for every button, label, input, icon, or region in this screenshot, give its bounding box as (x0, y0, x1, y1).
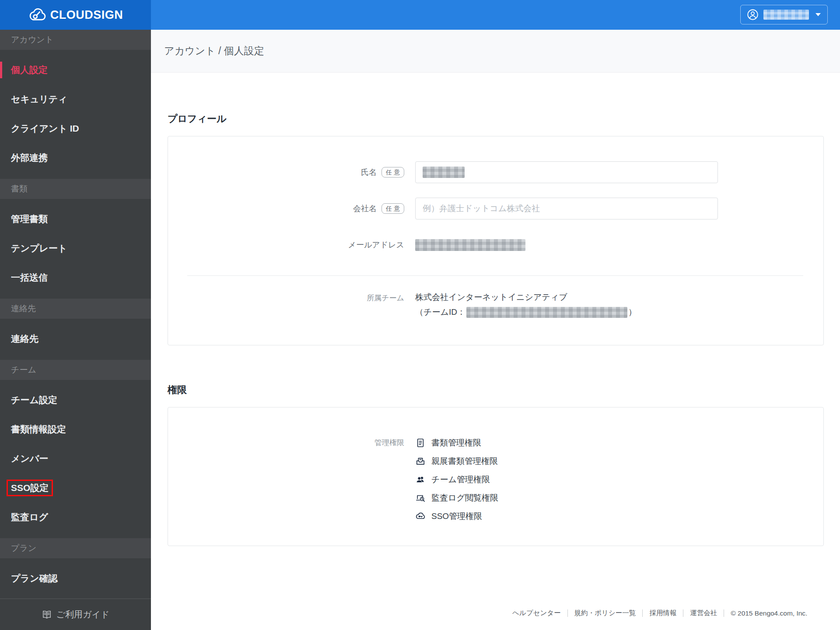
footer-separator (724, 609, 724, 617)
usage-guide-link[interactable]: ご利用ガイド (0, 599, 151, 630)
sidebar-nav: アカウント 個人設定 セキュリティ クライアント ID 外部連携 書類 管理書類… (0, 30, 151, 599)
usage-guide-label: ご利用ガイド (56, 609, 110, 620)
main-area: アカウント / 個人設定 プロフィール 氏名 任意 会社名 任意 (151, 0, 840, 630)
team-id-line: （チームID： ） (415, 306, 637, 318)
footer-link-terms-policies[interactable]: 規約・ポリシー一覧 (574, 609, 636, 618)
sidebar-item-security[interactable]: セキュリティ (0, 84, 151, 114)
cloud-logo-icon (28, 8, 46, 22)
team-field-row: 所属チーム 株式会社インターネットイニシアティブ （チームID： ） (168, 292, 823, 318)
name-input[interactable] (415, 161, 718, 183)
sidebar-item-managed-documents[interactable]: 管理書類 (0, 204, 151, 233)
admin-permissions-label: 管理権限 (374, 439, 404, 447)
sidebar: CLOUDSIGN アカウント 個人設定 セキュリティ クライアント ID 外部… (0, 0, 151, 630)
user-name-blurred (763, 10, 809, 20)
nav-section-account: アカウント 個人設定 セキュリティ クライアント ID 外部連携 (0, 30, 151, 172)
profile-card-divider (187, 275, 803, 276)
email-value-blurred (415, 239, 525, 251)
sidebar-item-sso-settings[interactable]: SSO設定 (0, 473, 151, 502)
team-field-label: 所属チーム (367, 293, 404, 303)
confidential-document-icon (415, 456, 426, 466)
nav-section-label-team: チーム (0, 360, 151, 380)
name-field-row: 氏名 任意 (168, 161, 823, 183)
sidebar-item-personal-settings[interactable]: 個人設定 (0, 55, 151, 84)
footer-separator (642, 609, 643, 617)
name-value-blurred (423, 167, 465, 178)
nav-section-team: チーム チーム設定 書類情報設定 メンバー SSO設定 監査ログ (0, 353, 151, 532)
permission-item-documents: 書類管理権限 (415, 434, 498, 452)
permission-item-team: チーム管理権限 (415, 470, 498, 489)
sidebar-item-client-id[interactable]: クライアント ID (0, 114, 151, 143)
footer-link-help-center[interactable]: ヘルプセンター (512, 609, 561, 618)
footer-separator (567, 609, 568, 617)
sidebar-item-members[interactable]: メンバー (0, 444, 151, 473)
permission-item-audit-log: 監査ログ閲覧権限 (415, 489, 498, 507)
nav-section-label-plan: プラン (0, 538, 151, 558)
profile-section-title: プロフィール (168, 113, 824, 125)
permission-item-confidential-documents: 親展書類管理権限 (415, 452, 498, 470)
email-field-row: メールアドレス (168, 234, 823, 256)
nav-section-contacts: 連絡先 連絡先 (0, 292, 151, 353)
footer-link-operating-company[interactable]: 運営会社 (690, 609, 717, 618)
permissions-section-title: 権限 (168, 384, 824, 396)
breadcrumb: アカウント / 個人設定 (151, 30, 840, 73)
cloudsign-logo[interactable]: CLOUDSIGN (0, 0, 151, 30)
user-avatar-icon (747, 9, 759, 21)
top-header-bar (151, 0, 840, 30)
user-menu-button[interactable] (740, 5, 828, 24)
team-name-value: 株式会社インターネットイニシアティブ (415, 292, 637, 303)
company-field-label: 会社名 (353, 203, 377, 214)
nav-section-label-account: アカウント (0, 30, 151, 50)
sidebar-item-team-settings[interactable]: チーム設定 (0, 385, 151, 414)
page-content: プロフィール 氏名 任意 会社名 任意 (151, 73, 840, 618)
permission-item-sso: SSO管理権限 (415, 507, 498, 526)
document-icon (415, 438, 426, 448)
nav-section-label-contacts: 連絡先 (0, 299, 151, 319)
optional-badge: 任意 (382, 167, 404, 178)
footer-copyright: © 2015 Bengo4.com, Inc. (731, 609, 807, 617)
footer-separator (683, 609, 683, 617)
sso-annotation-box: SSO設定 (7, 480, 53, 496)
nav-section-label-documents: 書類 (0, 179, 151, 199)
company-input[interactable] (415, 198, 718, 219)
permissions-card: 管理権限 書類管理権限 (168, 407, 824, 546)
nav-section-plan: プラン プラン確認 (0, 532, 151, 593)
optional-badge: 任意 (382, 203, 404, 214)
sidebar-item-plan-confirmation[interactable]: プラン確認 (0, 564, 151, 593)
footer-link-careers[interactable]: 採用情報 (649, 609, 676, 618)
book-icon (42, 609, 52, 620)
company-field-row: 会社名 任意 (168, 198, 823, 219)
permissions-list: 書類管理権限 親展書類管理権限 (415, 434, 498, 526)
sso-key-icon (415, 511, 426, 522)
name-field-label: 氏名 (361, 167, 377, 178)
sidebar-item-contacts[interactable]: 連絡先 (0, 324, 151, 353)
page-footer: ヘルプセンター 規約・ポリシー一覧 採用情報 運営会社 © 2015 Bengo… (512, 609, 824, 618)
sidebar-item-bulk-send[interactable]: 一括送信 (0, 263, 151, 292)
nav-section-documents: 書類 管理書類 テンプレート 一括送信 (0, 172, 151, 292)
logo-text: CLOUDSIGN (50, 8, 123, 22)
sidebar-item-audit-log[interactable]: 監査ログ (0, 502, 151, 532)
sidebar-item-document-info-settings[interactable]: 書類情報設定 (0, 414, 151, 444)
team-icon (415, 474, 426, 485)
email-field-label: メールアドレス (348, 240, 404, 250)
team-id-blurred (466, 307, 627, 318)
chevron-down-icon (816, 13, 821, 16)
audit-log-icon (415, 493, 426, 503)
profile-card: 氏名 任意 会社名 任意 (168, 136, 824, 345)
sidebar-item-external-integration[interactable]: 外部連携 (0, 143, 151, 172)
sidebar-item-templates[interactable]: テンプレート (0, 233, 151, 263)
